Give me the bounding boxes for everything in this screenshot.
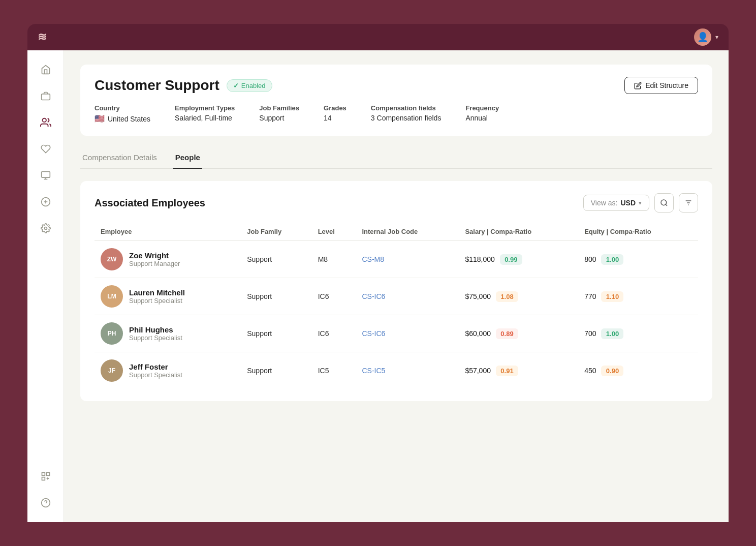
header-title-left: Customer Support Enabled [94,77,272,94]
sidebar-item-add-widget[interactable] [35,465,57,488]
table-controls: View as: USD ▾ [583,193,698,213]
table-row: PH Phil Hughes Support Specialist Suppor… [94,315,698,352]
col-employee: Employee [94,223,241,241]
app-logo: ≋ [38,31,48,44]
job-family-3: Support [241,352,311,389]
employee-title-3: Support Specialist [129,371,182,379]
sidebar-item-favorites[interactable] [35,138,57,160]
meta-comp-fields-label: Compensation fields [371,104,442,112]
svg-rect-11 [42,477,45,480]
employee-avatar-0: ZW [101,248,123,270]
meta-country-value: 🇺🇸 United States [94,114,150,124]
svg-point-16 [661,200,667,205]
employee-title-2: Support Specialist [129,334,182,342]
employee-avatar-2: PH [101,322,123,345]
view-as-button[interactable]: View as: USD ▾ [583,195,649,211]
job-family-1: Support [241,278,311,315]
edit-structure-button[interactable]: Edit Structure [624,77,698,94]
chevron-down-icon: ▾ [639,200,642,206]
meta-grades-label: Grades [324,104,346,112]
svg-point-8 [44,227,47,230]
employee-title-0: Support Manager [129,260,180,267]
table-row: JF Jeff Foster Support Specialist Suppor… [94,352,698,389]
tab-compensation-details[interactable]: Compensation Details [80,148,159,169]
topbar: ≋ 👤 ▾ [27,24,729,50]
sidebar-item-help[interactable] [35,492,57,514]
svg-rect-9 [42,473,45,476]
meta-employment-value: Salaried, Full-time [175,114,235,122]
level-1: IC6 [312,278,356,315]
level-0: M8 [312,241,356,278]
col-job-code: Internal Job Code [356,223,459,241]
job-code-0[interactable]: CS-M8 [356,241,459,278]
employee-cell-2: PH Phil Hughes Support Specialist [94,315,241,352]
equity-compa-2: 700 1.00 [578,315,698,352]
job-code-1[interactable]: CS-IC6 [356,278,459,315]
job-family-0: Support [241,241,311,278]
table-card: Associated Employees View as: USD ▾ [80,181,712,401]
meta-comp-fields-value: 3 Compensation fields [371,114,442,122]
user-avatar[interactable]: 👤 [694,28,711,46]
salary-compa-2: $60,000 0.89 [459,315,578,352]
page-title: Customer Support [94,77,219,94]
job-family-2: Support [241,315,311,352]
col-equity-compa: Equity | Compa-Ratio [578,223,698,241]
meta-job-families-value: Support [259,114,299,122]
meta-frequency: Frequency Annual [465,104,499,122]
topbar-right: 👤 ▾ [694,28,718,46]
employee-avatar-1: LM [101,285,123,308]
table-row: ZW Zoe Wright Support Manager Support M8… [94,241,698,278]
sidebar-item-home[interactable] [35,58,57,81]
meta-compensation-fields: Compensation fields 3 Compensation field… [371,104,442,122]
employee-cell-1: LM Lauren Mitchell Support Specialist [94,278,241,315]
employee-name-0: Zoe Wright [129,251,180,260]
col-salary-compa: Salary | Compa-Ratio [459,223,578,241]
sidebar-item-briefcase[interactable] [35,85,57,107]
equity-compa-0: 800 1.00 [578,241,698,278]
table-row: LM Lauren Mitchell Support Specialist Su… [94,278,698,315]
equity-compa-3: 450 0.90 [578,352,698,389]
svg-rect-2 [41,172,50,178]
chevron-down-icon[interactable]: ▾ [715,34,718,41]
salary-compa-1: $75,000 1.08 [459,278,578,315]
employee-cell-0: ZW Zoe Wright Support Manager [94,241,241,278]
level-3: IC5 [312,352,356,389]
table-header-row-el: Employee Job Family Level Internal Job C… [94,223,698,241]
sidebar-item-settings[interactable] [35,217,57,239]
svg-point-1 [42,118,46,122]
flag-icon: 🇺🇸 [94,114,105,124]
salary-compa-0: $118,000 0.99 [459,241,578,278]
svg-rect-0 [41,94,50,100]
svg-line-17 [666,204,667,206]
tab-people[interactable]: People [173,148,202,169]
level-2: IC6 [312,315,356,352]
meta-frequency-value: Annual [465,114,499,122]
meta-grades-value: 14 [324,114,346,122]
meta-job-families: Job Families Support [259,104,299,122]
employee-cell-3: JF Jeff Foster Support Specialist [94,352,241,389]
meta-frequency-label: Frequency [465,104,499,112]
search-button[interactable] [654,193,674,213]
table-header-row: Associated Employees View as: USD ▾ [94,193,698,213]
job-code-2[interactable]: CS-IC6 [356,315,459,352]
equity-compa-1: 770 1.10 [578,278,698,315]
col-job-family: Job Family [241,223,311,241]
main-content: Customer Support Enabled Edit Structure … [64,50,729,522]
job-code-3[interactable]: CS-IC5 [356,352,459,389]
employee-name-1: Lauren Mitchell [129,288,185,297]
sidebar-item-monitor[interactable] [35,164,57,187]
table-title: Associated Employees [94,197,205,209]
meta-employment-label: Employment Types [175,104,235,112]
header-card: Customer Support Enabled Edit Structure … [80,65,712,136]
sidebar-item-people[interactable] [35,111,57,134]
salary-compa-3: $57,000 0.91 [459,352,578,389]
meta-country-label: Country [94,104,150,112]
sidebar-item-compensation[interactable] [35,191,57,213]
filter-button[interactable] [679,193,698,213]
meta-employment-types: Employment Types Salaried, Full-time [175,104,235,122]
tabs: Compensation Details People [80,148,712,169]
employees-table: Employee Job Family Level Internal Job C… [94,223,698,389]
svg-rect-10 [46,473,49,476]
header-title-row: Customer Support Enabled Edit Structure [94,77,698,94]
window-inner: Customer Support Enabled Edit Structure … [27,24,729,522]
